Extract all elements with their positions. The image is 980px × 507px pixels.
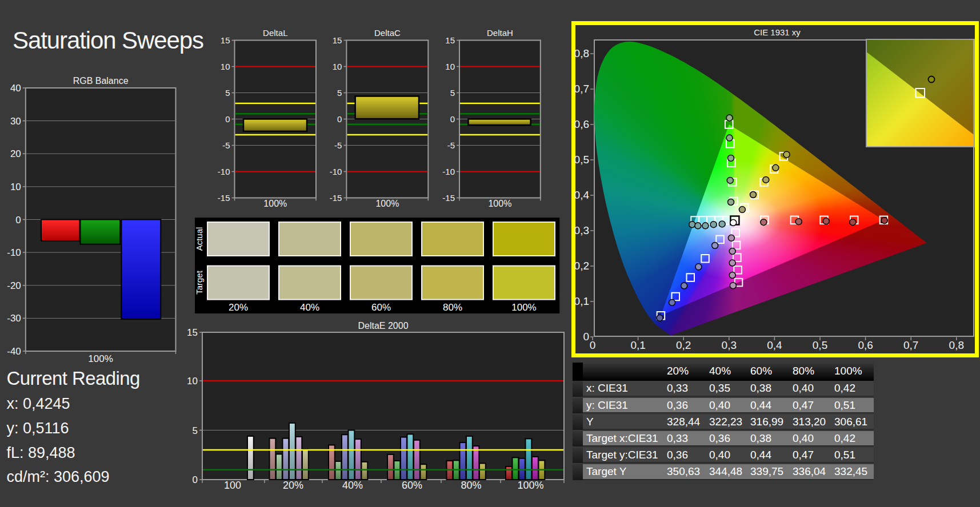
- svg-text:15: 15: [221, 35, 230, 45]
- svg-text:60%: 60%: [371, 302, 391, 313]
- svg-text:100%: 100%: [488, 199, 511, 208]
- svg-text:-5: -5: [222, 140, 230, 150]
- svg-text:0,6: 0,6: [858, 339, 873, 351]
- svg-text:20%: 20%: [229, 302, 248, 313]
- svg-text:0: 0: [450, 114, 455, 124]
- svg-text:-5: -5: [447, 140, 455, 150]
- svg-text:Current Reading: Current Reading: [7, 368, 140, 389]
- svg-text:0,8: 0,8: [949, 339, 964, 351]
- svg-text:-15: -15: [218, 193, 230, 203]
- svg-text:100%: 100%: [88, 353, 113, 364]
- svg-text:DeltaL: DeltaL: [263, 28, 287, 38]
- svg-text:DeltaE 2000: DeltaE 2000: [358, 321, 408, 331]
- svg-text:40%: 40%: [342, 480, 363, 491]
- svg-text:Actual: Actual: [194, 227, 204, 251]
- svg-text:100%: 100%: [263, 199, 287, 208]
- svg-text:0,1: 0,1: [574, 295, 589, 307]
- svg-text:-30: -30: [7, 313, 21, 324]
- svg-text:-10: -10: [442, 167, 455, 176]
- svg-text:15: 15: [333, 35, 342, 45]
- svg-text:5: 5: [225, 88, 230, 98]
- svg-text:DeltaH: DeltaH: [487, 28, 513, 38]
- svg-text:5: 5: [337, 88, 342, 98]
- svg-text:0,5: 0,5: [813, 339, 827, 351]
- svg-text:-10: -10: [330, 167, 342, 176]
- svg-text:0,2: 0,2: [676, 339, 691, 351]
- svg-text:5: 5: [193, 425, 198, 436]
- svg-text:-10: -10: [7, 247, 21, 258]
- svg-text:0: 0: [193, 474, 198, 485]
- svg-text:RGB Balance: RGB Balance: [73, 76, 129, 86]
- svg-text:0: 0: [225, 114, 230, 124]
- svg-text:DeltaC: DeltaC: [374, 28, 401, 38]
- svg-text:40: 40: [10, 83, 21, 94]
- svg-text:0: 0: [583, 331, 589, 343]
- svg-text:0,5: 0,5: [574, 154, 589, 166]
- svg-text:0,4: 0,4: [767, 339, 782, 351]
- svg-text:Target: Target: [194, 270, 204, 295]
- svg-text:20: 20: [10, 148, 21, 159]
- svg-text:10: 10: [10, 182, 21, 192]
- svg-text:-40: -40: [7, 346, 21, 357]
- svg-text:80%: 80%: [443, 302, 462, 313]
- svg-text:x: 0,4245: x: 0,4245: [7, 395, 70, 412]
- svg-text:0,3: 0,3: [722, 339, 737, 351]
- svg-text:0,8: 0,8: [574, 47, 589, 59]
- svg-text:0,3: 0,3: [574, 224, 589, 236]
- svg-text:15: 15: [187, 327, 198, 338]
- svg-text:0: 0: [337, 114, 342, 124]
- svg-text:30: 30: [10, 116, 21, 127]
- svg-text:y: 0,5116: y: 0,5116: [7, 420, 69, 437]
- svg-text:-10: -10: [218, 167, 230, 176]
- svg-text:100%: 100%: [511, 302, 536, 313]
- svg-text:10: 10: [445, 62, 455, 71]
- svg-text:-20: -20: [7, 280, 21, 291]
- svg-text:60%: 60%: [402, 480, 422, 491]
- svg-text:0,6: 0,6: [574, 118, 589, 130]
- svg-text:20%: 20%: [283, 480, 303, 491]
- svg-text:0,4: 0,4: [574, 189, 590, 201]
- svg-text:5: 5: [450, 88, 455, 98]
- svg-text:0,7: 0,7: [903, 339, 918, 351]
- svg-text:cd/m²: 306,609: cd/m²: 306,609: [7, 468, 110, 485]
- svg-text:40%: 40%: [300, 302, 319, 313]
- svg-text:-15: -15: [330, 193, 342, 203]
- svg-text:100%: 100%: [375, 199, 399, 208]
- svg-text:fL: 89,488: fL: 89,488: [7, 444, 75, 461]
- svg-text:-5: -5: [334, 140, 342, 150]
- svg-text:10: 10: [187, 376, 198, 387]
- svg-text:Saturation Sweeps: Saturation Sweeps: [13, 27, 203, 54]
- svg-text:0,1: 0,1: [630, 339, 645, 351]
- svg-text:100: 100: [224, 480, 241, 491]
- svg-text:80%: 80%: [461, 480, 481, 491]
- svg-text:0: 0: [15, 215, 21, 226]
- svg-text:100%: 100%: [517, 480, 543, 491]
- svg-text:10: 10: [333, 62, 342, 71]
- svg-text:15: 15: [445, 35, 455, 45]
- svg-text:0,2: 0,2: [574, 260, 589, 272]
- svg-text:0: 0: [590, 339, 596, 351]
- svg-text:-15: -15: [442, 193, 455, 203]
- svg-text:CIE 1931 xy: CIE 1931 xy: [754, 27, 801, 37]
- svg-text:10: 10: [221, 62, 230, 71]
- svg-text:0,7: 0,7: [574, 83, 589, 95]
